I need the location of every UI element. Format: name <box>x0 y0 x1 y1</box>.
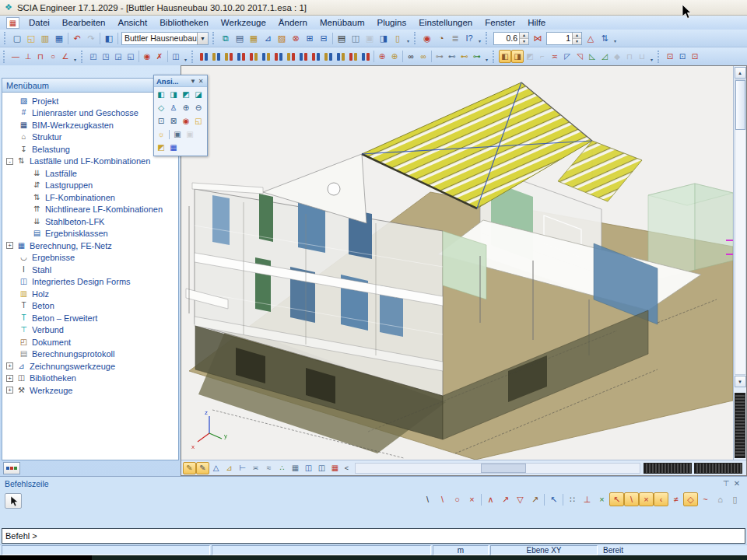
view-parameters-icon[interactable]: ⊞ <box>303 32 317 45</box>
connect-members-icon[interactable]: ⊶ <box>433 50 446 63</box>
scale-ratio-icon[interactable]: ⇅ <box>598 32 612 45</box>
vertical-scrollbar[interactable]: ▲ ▼ <box>733 66 746 460</box>
snap-surface-icon[interactable]: ◇ <box>683 492 698 506</box>
region-icon[interactable]: ◆ <box>611 50 623 63</box>
glasses-selection-icon[interactable]: ∞ <box>417 50 430 63</box>
snap-ortho-icon[interactable]: ≠ <box>668 492 683 506</box>
snap-node-icon[interactable]: ↖ <box>609 492 624 506</box>
load-display-icon[interactable]: △ <box>584 32 598 45</box>
expand-box-icon[interactable]: + <box>6 242 13 249</box>
overflow-chevron-icon[interactable]: ▾ <box>612 32 619 44</box>
select-r4-icon[interactable]: ◿ <box>598 50 611 63</box>
app-grid-icon[interactable]: ▦ <box>6 17 19 29</box>
mesh-icon[interactable]: ⊗ <box>289 32 303 45</box>
section-a-icon[interactable]: ⊡ <box>664 50 676 63</box>
tree-item[interactable]: +▦Berechnung, FE-Netz <box>2 240 178 252</box>
scroll-left-icon[interactable]: < <box>342 462 352 474</box>
menu-einstellungen[interactable]: Einstellungen <box>412 17 479 28</box>
snap-trajectory-icon[interactable]: ~ <box>698 492 713 506</box>
project-data-icon[interactable]: ⧉ <box>219 32 233 45</box>
close-icon[interactable]: ✕ <box>731 479 742 488</box>
image-disabled-icon[interactable]: ▣ <box>184 128 196 141</box>
menu-plugins[interactable]: Plugins <box>370 17 412 28</box>
surfaces-icon[interactable]: △ <box>209 462 223 474</box>
scroll-down-icon[interactable]: ▼ <box>735 376 746 387</box>
line-grid-icon[interactable]: ⊥ <box>580 492 594 506</box>
support-icon[interactable] <box>310 50 322 63</box>
tree-item[interactable]: ⇊Stahlbeton-LFK <box>2 215 178 228</box>
hscroll-track[interactable] <box>355 463 640 474</box>
snap-point-icon[interactable]: ↗ <box>528 492 542 506</box>
labels-display-icon[interactable]: ≍ <box>249 462 262 474</box>
export-icon[interactable]: ◨ <box>377 32 391 45</box>
scroll-up-icon[interactable]: ▲ <box>735 67 746 79</box>
image-icon[interactable]: ▣ <box>171 128 184 141</box>
window-view-1-icon[interactable]: ◰ <box>87 50 100 63</box>
new-project-icon[interactable]: ▢ <box>10 32 24 45</box>
overflow-chevron-icon[interactable]: ▾ <box>483 51 490 63</box>
zoom-out-icon[interactable]: ⊖ <box>192 102 205 114</box>
document-icon[interactable]: ▯ <box>391 32 405 45</box>
tree-item[interactable]: ⌂Struktur <box>2 131 178 144</box>
save-all-icon[interactable]: ▦ <box>52 32 66 45</box>
dot-grid-icon[interactable]: ∷ <box>565 492 580 506</box>
loads-display-icon[interactable]: ⊿ <box>223 462 236 474</box>
overflow-chevron-icon[interactable]: ▾ <box>72 51 79 63</box>
save-icon[interactable]: ▥ <box>38 32 52 45</box>
table-icon[interactable]: ⊟ <box>317 32 331 45</box>
3d-canvas[interactable]: z x y <box>181 66 733 460</box>
check-structure-icon[interactable]: ⊷ <box>458 50 471 63</box>
angle-tool-icon[interactable]: ∠ <box>59 50 72 63</box>
pan-slider[interactable] <box>644 463 692 474</box>
pin-icon[interactable]: ⊤ <box>721 479 731 488</box>
collapse-box-icon[interactable]: - <box>6 158 13 165</box>
tree-item[interactable]: ▤Berechnungsprotokoll <box>2 348 178 361</box>
tree-item[interactable]: ⇈Nichtlineare LF-Kombinationen <box>2 204 178 216</box>
project-combo[interactable]: Buttler Hausneubau▼ <box>121 32 209 45</box>
tree-item[interactable]: ◡Ergebnisse <box>2 252 178 264</box>
snap-arc-icon[interactable]: ▽ <box>513 492 528 506</box>
select-r1-icon[interactable]: ◸ <box>561 50 573 63</box>
tree-item[interactable]: ⇵Lastgruppen <box>2 180 178 192</box>
circle-tool-icon[interactable]: ○ <box>47 50 59 63</box>
print-preview-icon[interactable]: ◫ <box>349 32 363 45</box>
calculation-icon[interactable]: ▦ <box>247 32 261 45</box>
tree-item[interactable]: IStahl <box>2 264 178 276</box>
overflow-chevron-icon[interactable]: ▾ <box>476 32 483 44</box>
column-icon[interactable] <box>210 50 223 63</box>
tree-item[interactable]: ▦BIM-Werkzeugkasten <box>2 119 178 131</box>
overflow-chevron-icon[interactable]: ▾ <box>182 51 189 63</box>
redo-icon[interactable]: ↷ <box>84 32 98 45</box>
snap-perpendicular-icon[interactable]: ∧ <box>483 492 498 506</box>
snap-tangent-icon[interactable]: ↗ <box>498 492 513 506</box>
snap-settings-icon[interactable]: ▯ <box>728 492 742 506</box>
save-picture-icon[interactable]: ▣ <box>363 32 377 45</box>
select-cursor-button[interactable] <box>5 493 22 509</box>
moment-icon[interactable] <box>335 50 347 63</box>
axonometric-view-icon[interactable]: ◇ <box>155 102 167 114</box>
tree-item[interactable]: +⊿Zeichnungswerkzeuge <box>2 360 178 373</box>
info-icon[interactable]: I? <box>462 32 476 45</box>
snap-off-icon[interactable]: × <box>594 492 609 506</box>
snap-toolbar-icon[interactable]: ⌂ <box>713 492 728 506</box>
spin-arrows[interactable]: ▲▼ <box>572 33 581 44</box>
zoom-slider[interactable] <box>694 463 742 474</box>
text-scale-spinbox[interactable]: 0.6▲▼ <box>493 32 529 45</box>
menu-bibliotheken[interactable]: Bibliotheken <box>153 17 215 28</box>
solver-icon[interactable]: ⊿ <box>261 32 275 45</box>
cursor-select-icon[interactable]: ↖ <box>546 492 561 506</box>
palette-dropdown-icon[interactable]: ▼ <box>189 78 197 85</box>
lock-view-icon[interactable]: ◧ <box>499 50 511 63</box>
opening-icon[interactable] <box>272 50 285 63</box>
tree-item[interactable]: ↧Belastung <box>2 143 178 156</box>
overflow-chevron-icon[interactable]: ▾ <box>648 51 655 63</box>
wireframe-mode-icon[interactable]: ✎ <box>183 462 196 474</box>
tree-item[interactable]: ◰Dokument <box>2 336 178 348</box>
picture-gallery-icon[interactable]: ◉ <box>420 32 434 45</box>
snap-edge-icon[interactable]: \ <box>624 492 639 506</box>
view-bottom-icon[interactable]: ◨ <box>167 89 180 101</box>
grid-snap-icon[interactable]: ≍ <box>549 50 561 63</box>
render-settings-icon[interactable]: ▦ <box>167 142 180 154</box>
overflow-chevron-icon[interactable]: ▾ <box>405 32 412 44</box>
select-r2-icon[interactable]: ◹ <box>573 50 586 63</box>
